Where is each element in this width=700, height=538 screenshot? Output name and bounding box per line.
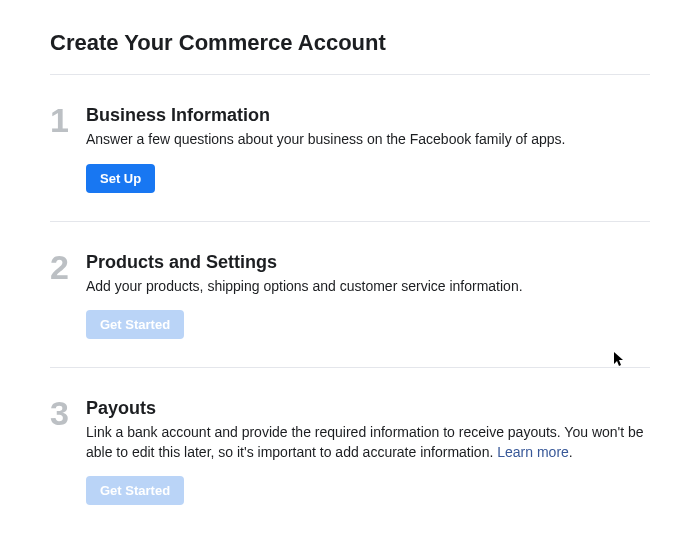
step-content: Business Information Answer a few questi…: [86, 105, 650, 193]
step-number: 2: [50, 250, 86, 340]
step-content: Products and Settings Add your products,…: [86, 252, 650, 340]
step-title: Products and Settings: [86, 252, 650, 273]
step-number: 3: [50, 396, 86, 505]
get-started-button: Get Started: [86, 476, 184, 505]
learn-more-link[interactable]: Learn more: [497, 444, 569, 460]
step-description: Link a bank account and provide the requ…: [86, 423, 650, 462]
get-started-button: Get Started: [86, 310, 184, 339]
step-products-and-settings: 2 Products and Settings Add your product…: [50, 222, 650, 368]
step-title: Payouts: [86, 398, 650, 419]
step-payouts: 3 Payouts Link a bank account and provid…: [50, 368, 650, 533]
step-desc-suffix: .: [569, 444, 573, 460]
step-title: Business Information: [86, 105, 650, 126]
step-content: Payouts Link a bank account and provide …: [86, 398, 650, 505]
step-business-information: 1 Business Information Answer a few ques…: [50, 75, 650, 221]
step-description: Answer a few questions about your busine…: [86, 130, 650, 150]
page-title: Create Your Commerce Account: [50, 30, 650, 56]
step-description: Add your products, shipping options and …: [86, 277, 650, 297]
step-number: 1: [50, 103, 86, 193]
set-up-button[interactable]: Set Up: [86, 164, 155, 193]
